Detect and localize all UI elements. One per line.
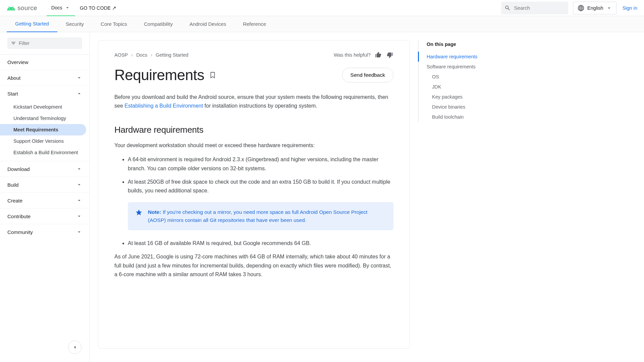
list-item: A 64-bit environment is required for And… (128, 155, 393, 173)
sidebar-item-overview[interactable]: Overview (0, 54, 90, 70)
sidebar-item-community[interactable]: Community (0, 224, 90, 240)
nav-go-to-code[interactable]: GO TO CODE ↗ (75, 0, 121, 16)
brand-text: source (17, 4, 37, 12)
toc-binaries[interactable]: Device binaries (427, 102, 494, 112)
thumbs-up-icon[interactable] (375, 51, 382, 59)
article: AOSP › Docs › Getting Started Was this h… (98, 40, 410, 349)
toc-packages[interactable]: Key packages (427, 92, 494, 102)
ram-paragraph: As of June 2021, Google is using 72-core… (114, 252, 393, 279)
search-box[interactable] (501, 2, 568, 14)
globe-icon (577, 4, 585, 12)
chevron-down-icon (76, 229, 82, 235)
chevron-left-icon (72, 344, 78, 350)
crumb-aosp[interactable]: AOSP (114, 52, 128, 58)
sidebar-item-download[interactable]: Download (0, 161, 90, 177)
toc-software[interactable]: Software requirements (427, 62, 494, 72)
docs-tabs: Getting Started Security Core Topics Com… (0, 16, 644, 32)
chevron-down-icon (76, 75, 82, 81)
chevron-down-icon (76, 182, 82, 188)
sidebar-item-create[interactable]: Create (0, 192, 90, 208)
page-title: Requirements (114, 67, 204, 83)
tab-core-topics[interactable]: Core Topics (92, 16, 136, 32)
nav-docs[interactable]: Docs (47, 0, 75, 16)
star-icon (135, 209, 143, 216)
nav-docs-label: Docs (51, 5, 62, 10)
table-of-contents: On this page Hardware requirements Softw… (418, 40, 502, 122)
chevron-up-icon (76, 90, 82, 97)
sidebar-item-build[interactable]: Build (0, 177, 90, 192)
hw-lead: Your development workstation should meet… (114, 141, 393, 150)
sidebar-item-start[interactable]: Start (0, 85, 90, 101)
tab-getting-started[interactable]: Getting Started (7, 16, 57, 32)
sidebar-sub-kickstart[interactable]: Kickstart Development (0, 101, 90, 113)
toc-jdk[interactable]: JDK (427, 82, 494, 92)
hw-list: A 64-bit environment is required for And… (114, 155, 393, 195)
sidebar-filter-input[interactable] (19, 41, 79, 46)
link-build-env[interactable]: Establishing a Build Environment (124, 103, 203, 109)
list-item: At least 16 GB of available RAM is requi… (128, 239, 393, 248)
hw-list-2: At least 16 GB of available RAM is requi… (114, 239, 393, 248)
sidebar-sub-older[interactable]: Support Older Versions (0, 135, 90, 147)
global-header: source Docs GO TO CODE ↗ English Sign in (0, 0, 644, 16)
sidebar-filter[interactable] (7, 38, 82, 49)
bookmark-icon[interactable] (209, 71, 216, 79)
filter-icon (11, 40, 16, 46)
brand-logo[interactable]: source (7, 4, 37, 12)
sign-in-link[interactable]: Sign in (623, 5, 637, 11)
toc-hardware[interactable]: Hardware requirements (418, 52, 494, 62)
tab-security[interactable]: Security (57, 16, 92, 32)
sidebar-sub-env[interactable]: Establish a Build Environment (0, 147, 90, 158)
note-label: Note: (148, 209, 161, 215)
caret-down-icon (64, 5, 70, 11)
note-body: If you're checking out a mirror, you nee… (148, 209, 367, 223)
chevron-down-icon (76, 197, 82, 203)
helpful-widget: Was this helpful? (334, 51, 393, 59)
nav-code-label: GO TO CODE ↗ (80, 5, 116, 11)
sidebar-sub-terminology[interactable]: Understand Terminology (0, 113, 90, 124)
note-callout: Note: If you're checking out a mirror, y… (128, 202, 393, 230)
toc-toolchain[interactable]: Build toolchain (427, 112, 494, 122)
caret-down-icon (606, 5, 612, 11)
android-head-icon (7, 5, 15, 10)
list-item: At least 250GB of free disk space to che… (128, 178, 393, 195)
helpful-label: Was this helpful? (334, 52, 371, 58)
chevron-right-icon: › (151, 52, 152, 58)
search-icon (504, 4, 511, 12)
crumb-docs[interactable]: Docs (136, 52, 147, 58)
collapse-sidebar-button[interactable] (68, 341, 82, 354)
intro-paragraph: Before you download and build the Androi… (114, 93, 393, 111)
left-sidebar: Overview About Start Kickstart Developme… (0, 32, 90, 362)
toc-os[interactable]: OS (427, 72, 494, 82)
tab-android-devices[interactable]: Android Devices (181, 16, 234, 32)
lang-label: English (587, 5, 603, 11)
sidebar-sub-requirements[interactable]: Meet Requirements (0, 124, 86, 135)
sidebar-item-about[interactable]: About (0, 70, 90, 85)
breadcrumb: AOSP › Docs › Getting Started (114, 52, 189, 58)
send-feedback-button[interactable]: Send feedback (342, 68, 393, 82)
language-select[interactable]: English (573, 2, 616, 14)
crumb-getting-started[interactable]: Getting Started (156, 52, 189, 58)
chevron-down-icon (76, 166, 82, 172)
chevron-right-icon: › (131, 52, 133, 58)
sidebar-item-contribute[interactable]: Contribute (0, 208, 90, 224)
thumbs-down-icon[interactable] (386, 51, 393, 59)
tab-compatibility[interactable]: Compatibility (136, 16, 181, 32)
chevron-down-icon (76, 213, 82, 219)
toc-title: On this page (427, 42, 494, 47)
tab-reference[interactable]: Reference (234, 16, 274, 32)
heading-hardware: Hardware requirements (114, 125, 393, 135)
search-input[interactable] (514, 5, 565, 11)
